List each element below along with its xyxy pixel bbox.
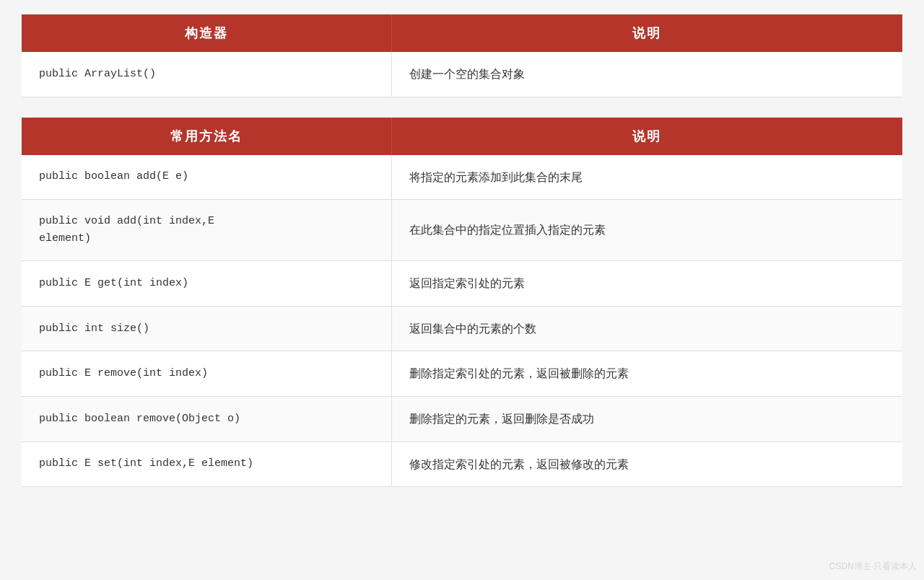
constructor-method: public ArrayList() bbox=[22, 52, 391, 97]
table-row: public E remove(int index)删除指定索引处的元素，返回被… bbox=[22, 351, 902, 397]
table-row: public ArrayList() 创建一个空的集合对象 bbox=[22, 52, 902, 97]
method-signature: public void add(int index,E element) bbox=[22, 200, 391, 261]
table-row: public int size()返回集合中的元素的个数 bbox=[22, 306, 902, 351]
method-description: 修改指定索引处的元素，返回被修改的元素 bbox=[391, 441, 902, 487]
method-description: 在此集合中的指定位置插入指定的元素 bbox=[391, 200, 902, 261]
constructor-header-method: 构造器 bbox=[22, 14, 391, 52]
method-description: 返回集合中的元素的个数 bbox=[391, 306, 902, 351]
table-row: public E get(int index)返回指定索引处的元素 bbox=[22, 261, 902, 307]
method-description: 删除指定的元素，返回删除是否成功 bbox=[391, 396, 902, 441]
method-description: 删除指定索引处的元素，返回被删除的元素 bbox=[391, 351, 902, 397]
method-description: 将指定的元素添加到此集合的末尾 bbox=[391, 155, 902, 200]
constructor-header-desc: 说明 bbox=[391, 14, 902, 52]
method-description: 返回指定索引处的元素 bbox=[391, 261, 902, 307]
table-row: public boolean add(E e)将指定的元素添加到此集合的末尾 bbox=[22, 155, 902, 200]
watermark: CSDN博主·只看读本人 bbox=[829, 561, 917, 573]
constructor-description: 创建一个空的集合对象 bbox=[391, 52, 902, 97]
method-signature: public int size() bbox=[22, 306, 391, 351]
table-row: public E set(int index,E element)修改指定索引处… bbox=[22, 441, 902, 487]
method-signature: public E remove(int index) bbox=[22, 351, 391, 397]
methods-table: 常用方法名 说明 public boolean add(E e)将指定的元素添加… bbox=[22, 118, 902, 488]
method-signature: public E get(int index) bbox=[22, 261, 391, 307]
methods-header-desc: 说明 bbox=[391, 118, 902, 155]
method-signature: public boolean remove(Object o) bbox=[22, 396, 391, 441]
method-signature: public boolean add(E e) bbox=[22, 155, 391, 200]
table-row: public void add(int index,E element)在此集合… bbox=[22, 200, 902, 261]
method-signature: public E set(int index,E element) bbox=[22, 441, 391, 487]
methods-header-method: 常用方法名 bbox=[22, 118, 391, 155]
table-row: public boolean remove(Object o)删除指定的元素，返… bbox=[22, 396, 902, 441]
constructor-table: 构造器 说明 public ArrayList() 创建一个空的集合对象 bbox=[22, 14, 902, 97]
